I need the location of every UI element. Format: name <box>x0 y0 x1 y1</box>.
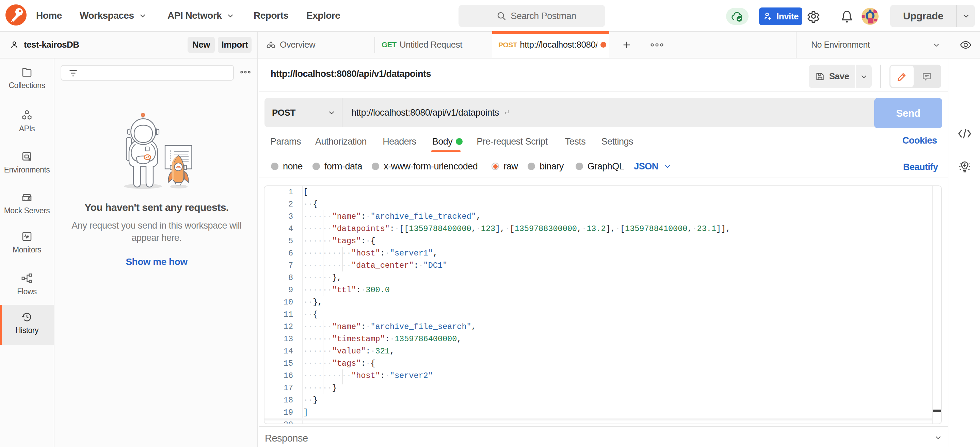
svg-text:</>: </> <box>176 165 181 169</box>
